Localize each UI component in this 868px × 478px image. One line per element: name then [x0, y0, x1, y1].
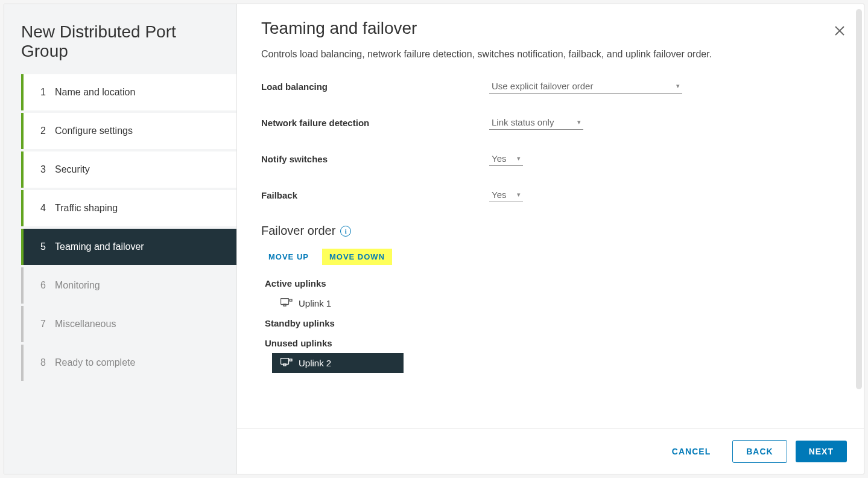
select-load-balancing[interactable]: Use explicit failover order ▾	[489, 79, 682, 94]
select-value: Link status only	[492, 117, 554, 127]
cancel-button[interactable]: CANCEL	[659, 441, 724, 462]
svg-rect-6	[284, 364, 286, 366]
footer: CANCEL BACK NEXT	[237, 429, 864, 474]
chevron-down-icon: ▾	[517, 191, 521, 199]
content-area: Teaming and failover Controls load balan…	[237, 4, 864, 429]
select-failback[interactable]: Yes ▾	[489, 188, 523, 202]
step-number: 7	[40, 319, 55, 330]
failover-order-heading: Failover order i	[261, 224, 840, 238]
svg-rect-4	[290, 299, 292, 301]
svg-rect-2	[281, 299, 289, 305]
step-label: Ready to complete	[55, 357, 135, 368]
label-failback: Failback	[261, 190, 489, 200]
step-number: 4	[40, 203, 55, 214]
step-number: 5	[40, 241, 55, 252]
back-button[interactable]: BACK	[732, 440, 787, 463]
step-label: Teaming and failover	[55, 241, 144, 252]
main-panel: Teaming and failover Controls load balan…	[237, 4, 864, 474]
close-icon[interactable]	[832, 24, 847, 38]
uplink-item[interactable]: Uplink 2	[272, 353, 404, 373]
row-load-balancing: Load balancing Use explicit failover ord…	[261, 79, 840, 94]
scrollbar[interactable]	[856, 9, 862, 389]
unused-uplinks-label: Unused uplinks	[261, 333, 840, 353]
wizard-step-4[interactable]: 4Traffic shaping	[21, 190, 236, 226]
select-value: Use explicit failover order	[492, 81, 593, 91]
wizard-step-7: 7Miscellaneous	[21, 306, 236, 342]
wizard-step-6: 6Monitoring	[21, 267, 236, 304]
select-network-failure-detection[interactable]: Link status only ▾	[489, 115, 583, 130]
select-value: Yes	[492, 190, 506, 200]
label-load-balancing: Load balancing	[261, 81, 489, 92]
standby-uplinks-label: Standby uplinks	[261, 313, 840, 333]
step-number: 3	[40, 164, 55, 175]
row-failback: Failback Yes ▾	[261, 188, 840, 202]
step-label: Name and location	[55, 87, 135, 98]
step-label: Security	[55, 164, 90, 175]
row-network-failure-detection: Network failure detection Link status on…	[261, 115, 840, 130]
wizard-step-3[interactable]: 3Security	[21, 151, 236, 188]
svg-rect-5	[281, 358, 289, 365]
info-icon[interactable]: i	[340, 226, 351, 237]
svg-rect-7	[290, 359, 292, 361]
move-buttons: MOVE UP MOVE DOWN	[261, 249, 840, 265]
chevron-down-icon: ▾	[517, 155, 521, 162]
page-title: Teaming and failover	[261, 19, 840, 38]
uplink-name: Uplink 2	[299, 358, 331, 368]
active-uplinks-label: Active uplinks	[261, 273, 840, 293]
row-notify-switches: Notify switches Yes ▾	[261, 151, 840, 166]
step-label: Miscellaneous	[55, 319, 116, 330]
step-label: Configure settings	[55, 126, 133, 136]
step-label: Traffic shaping	[55, 203, 118, 214]
page-description: Controls load balancing, network failure…	[261, 49, 840, 60]
svg-rect-3	[284, 304, 286, 306]
step-number: 2	[40, 126, 55, 136]
step-number: 1	[40, 87, 55, 98]
wizard-step-8: 8Ready to complete	[21, 345, 236, 381]
failover-order-label: Failover order	[261, 224, 335, 238]
wizard-steps: 1Name and location2Configure settings3Se…	[4, 74, 236, 383]
step-label: Monitoring	[55, 280, 100, 291]
wizard-step-5[interactable]: 5Teaming and failover	[21, 229, 236, 265]
wizard-step-1[interactable]: 1Name and location	[21, 74, 236, 110]
wizard-step-2[interactable]: 2Configure settings	[21, 113, 236, 149]
nic-icon	[280, 298, 293, 308]
move-down-button[interactable]: MOVE DOWN	[322, 249, 392, 265]
label-network-failure-detection: Network failure detection	[261, 118, 489, 128]
next-button[interactable]: NEXT	[796, 441, 847, 462]
step-number: 6	[40, 280, 55, 291]
wizard-dialog: New Distributed Port Group 1Name and loc…	[4, 4, 864, 474]
move-up-button[interactable]: MOVE UP	[261, 249, 316, 265]
select-notify-switches[interactable]: Yes ▾	[489, 151, 523, 166]
wizard-title: New Distributed Port Group	[4, 19, 236, 74]
step-number: 8	[40, 357, 55, 368]
nic-icon	[280, 358, 293, 368]
chevron-down-icon: ▾	[676, 82, 680, 90]
wizard-sidebar: New Distributed Port Group 1Name and loc…	[4, 4, 237, 474]
uplink-item[interactable]: Uplink 1	[272, 293, 340, 313]
chevron-down-icon: ▾	[577, 118, 581, 126]
uplink-name: Uplink 1	[299, 298, 331, 308]
select-value: Yes	[492, 153, 506, 164]
label-notify-switches: Notify switches	[261, 154, 489, 164]
